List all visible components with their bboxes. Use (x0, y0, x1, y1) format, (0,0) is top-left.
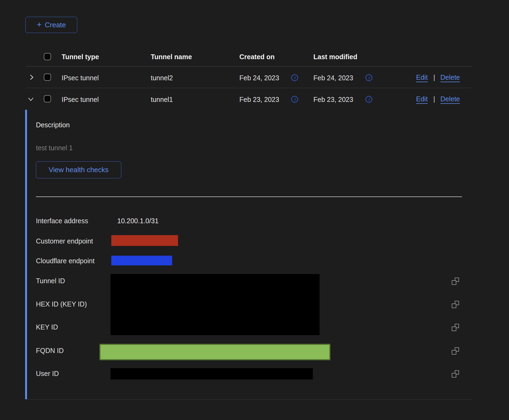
key-id-label: KEY ID (36, 323, 58, 331)
copy-icon[interactable] (452, 324, 459, 331)
view-health-checks-label: View health checks (49, 166, 109, 174)
delete-link[interactable]: Delete (440, 74, 460, 81)
fqdn-id-redacted-value (99, 344, 330, 360)
tunnel-id-label: Tunnel ID (36, 277, 65, 285)
created-on-cell: Feb 24, 2023 (239, 74, 279, 82)
copy-icon[interactable] (452, 347, 459, 355)
interface-address-value: 10.200.1.0/31 (117, 217, 159, 225)
create-button-label: Create (45, 21, 66, 29)
column-header-tunnel-name: Tunnel name (151, 53, 192, 61)
action-separator: | (433, 95, 435, 103)
hex-id-label: HEX ID (KEY ID) (36, 300, 87, 308)
ipsec-tunnels-page: + Create Tunnel type Tunnel name Created… (0, 0, 509, 420)
tunnel-type-cell: IPsec tunnel (62, 74, 99, 82)
edit-link[interactable]: Edit (416, 74, 428, 81)
created-on-cell: Feb 23, 2023 (239, 96, 279, 104)
column-header-created-on: Created on (239, 53, 275, 61)
row-divider (25, 88, 471, 88)
collapse-row-chevron-down-icon[interactable] (27, 96, 34, 103)
edit-link[interactable]: Edit (416, 95, 428, 103)
header-divider (25, 66, 471, 66)
plus-icon: + (37, 21, 42, 29)
info-icon[interactable]: i (366, 74, 372, 81)
tunnel-id-redacted-value (110, 274, 320, 335)
panel-bottom-divider (25, 399, 471, 399)
expand-row-chevron-right-icon[interactable] (28, 74, 35, 81)
customer-endpoint-redacted-value (111, 235, 178, 246)
row-checkbox[interactable] (44, 95, 51, 102)
copy-icon[interactable] (452, 278, 459, 285)
delete-link[interactable]: Delete (440, 95, 460, 103)
info-icon[interactable]: i (291, 96, 298, 103)
description-label: Description (36, 121, 70, 129)
interface-address-label: Interface address (36, 217, 88, 225)
user-id-label: User ID (36, 370, 59, 378)
copy-icon[interactable] (452, 301, 459, 308)
detail-divider (36, 196, 462, 197)
column-header-tunnel-type: Tunnel type (62, 53, 99, 61)
tunnel-type-cell: IPsec tunnel (62, 96, 99, 104)
last-modified-cell: Feb 24, 2023 (313, 74, 353, 82)
info-icon[interactable]: i (366, 96, 372, 103)
tunnel-name-cell: tunnel2 (151, 74, 173, 82)
tunnel-name-cell: tunnel1 (151, 96, 173, 104)
cloudflare-endpoint-redacted-value (111, 256, 172, 265)
cloudflare-endpoint-label: Cloudflare endpoint (36, 257, 95, 265)
expanded-row-accent-bar (25, 110, 27, 399)
info-icon[interactable]: i (291, 74, 298, 81)
copy-icon[interactable] (452, 370, 459, 378)
create-button[interactable]: + Create (25, 17, 77, 33)
select-all-checkbox[interactable] (44, 53, 51, 60)
fqdn-id-label: FQDN ID (36, 347, 64, 355)
customer-endpoint-label: Customer endpoint (36, 237, 93, 245)
action-separator: | (433, 74, 435, 81)
column-header-last-modified: Last modified (313, 53, 357, 61)
last-modified-cell: Feb 23, 2023 (313, 96, 353, 104)
user-id-redacted-value (110, 368, 313, 379)
view-health-checks-button[interactable]: View health checks (36, 161, 121, 178)
row-checkbox[interactable] (44, 74, 51, 81)
description-value: test tunnel 1 (36, 144, 73, 152)
